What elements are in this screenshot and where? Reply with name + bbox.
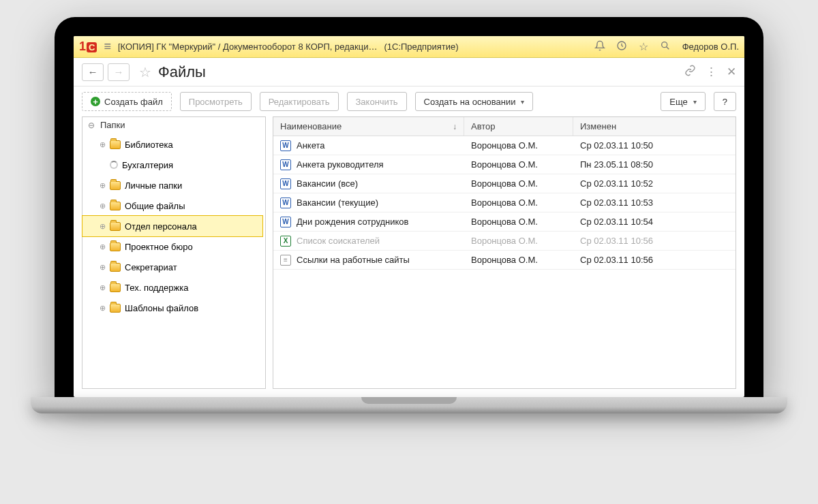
expand-icon[interactable]: ⊕ xyxy=(99,181,106,190)
column-name[interactable]: Наименование ↓ xyxy=(273,117,464,136)
folders-panel: ⊖ Папки ⊕БиблиотекаБухгалтерия⊕Личные па… xyxy=(82,116,266,389)
folder-icon xyxy=(110,263,121,272)
folder-label: Бухгалтерия xyxy=(122,160,173,170)
forward-button: → xyxy=(108,63,130,81)
table-row[interactable]: WВакансии (текущие)Воронцова О.М.Ср 02.0… xyxy=(273,193,736,212)
kebab-icon[interactable]: ⋮ xyxy=(706,65,717,79)
folder-item[interactable]: ⊕Личные папки xyxy=(82,175,262,195)
tree-root[interactable]: ⊖ Папки xyxy=(82,117,265,133)
column-author[interactable]: Автор xyxy=(464,117,573,136)
menu-icon[interactable]: ≡ xyxy=(104,40,111,54)
text-file-icon: ≡ xyxy=(280,255,291,266)
table-body: WАнкетаВоронцова О.М.Ср 02.03.11 10:50WА… xyxy=(273,136,736,270)
table-row[interactable]: WАнкета руководителяВоронцова О.М.Пн 23.… xyxy=(273,155,736,174)
file-author: Воронцова О.М. xyxy=(464,236,573,246)
folder-icon xyxy=(110,181,121,190)
main-split: ⊖ Папки ⊕БиблиотекаБухгалтерия⊕Личные па… xyxy=(74,116,744,397)
expand-icon[interactable]: ⊕ xyxy=(99,242,106,251)
app-window: 1C ≡ [КОПИЯ] ГК "Меркурий" / Документооб… xyxy=(74,36,744,397)
edit-button[interactable]: Редактировать xyxy=(260,92,339,111)
word-file-icon: W xyxy=(280,217,291,227)
file-name: Список соискателей xyxy=(297,236,380,246)
column-modified[interactable]: Изменен xyxy=(573,117,736,136)
back-button[interactable]: ← xyxy=(82,63,104,81)
folder-item[interactable]: ⊕Шаблоны файлов xyxy=(82,298,262,318)
search-icon[interactable] xyxy=(658,40,673,54)
file-modified: Ср 02.03.11 10:52 xyxy=(573,178,736,189)
file-name: Вакансии (текущие) xyxy=(297,198,378,208)
folder-item[interactable]: ⊕Общие файлы xyxy=(82,195,262,216)
file-modified: Ср 02.03.11 10:54 xyxy=(573,217,736,227)
word-file-icon: W xyxy=(280,198,291,208)
svg-line-2 xyxy=(666,46,669,49)
folder-tree: ⊕БиблиотекаБухгалтерия⊕Личные папки⊕Общи… xyxy=(82,133,265,322)
expand-icon[interactable]: ⊕ xyxy=(99,263,106,272)
word-file-icon: W xyxy=(280,140,291,151)
create-file-button[interactable]: + Создать файл xyxy=(82,92,172,111)
folder-icon xyxy=(110,242,121,251)
folder-icon xyxy=(110,304,121,313)
folder-item[interactable]: ⊕Отдел персонала xyxy=(82,216,262,236)
user-name[interactable]: Федоров О.П. xyxy=(682,42,739,52)
finish-button[interactable]: Закончить xyxy=(347,92,407,111)
page-header: ← → ☆ Файлы ⋮ ✕ xyxy=(74,58,744,86)
expand-icon[interactable]: ⊕ xyxy=(99,283,106,292)
logo-1c: 1C xyxy=(79,40,97,54)
toolbar: + Создать файл Просмотреть Редактировать… xyxy=(74,86,744,116)
chevron-down-icon: ▾ xyxy=(521,98,524,106)
laptop-base xyxy=(31,397,787,413)
expand-icon[interactable]: ⊕ xyxy=(99,202,106,210)
sort-asc-icon: ↓ xyxy=(453,122,457,131)
file-modified: Ср 02.03.11 10:53 xyxy=(573,198,736,208)
expand-icon[interactable]: ⊕ xyxy=(99,222,106,231)
window-subtitle: (1С:Предприятие) xyxy=(384,42,458,52)
file-name: Вакансии (все) xyxy=(297,178,358,189)
folder-item[interactable]: Бухгалтерия xyxy=(82,155,262,175)
create-file-label: Создать файл xyxy=(104,97,163,107)
word-file-icon: W xyxy=(280,159,291,170)
star-icon[interactable]: ☆ xyxy=(636,40,651,53)
folder-icon xyxy=(110,283,121,292)
collapse-icon[interactable]: ⊖ xyxy=(88,121,95,130)
table-row[interactable]: XСписок соискателейВоронцова О.М.Ср 02.0… xyxy=(273,232,736,251)
plus-icon: + xyxy=(91,97,100,106)
folder-icon xyxy=(110,140,121,149)
page-title: Файлы xyxy=(158,63,206,81)
view-button[interactable]: Просмотреть xyxy=(180,92,252,111)
files-panel: Наименование ↓ Автор Изменен WАнкетаВоро… xyxy=(273,116,736,389)
folder-item[interactable]: ⊕Тех. поддержка xyxy=(82,277,262,298)
svg-point-1 xyxy=(661,42,667,47)
help-button[interactable]: ? xyxy=(714,92,736,111)
table-row[interactable]: WДни рождения сотрудниковВоронцова О.М.С… xyxy=(273,212,736,232)
laptop-frame: 1C ≡ [КОПИЯ] ГК "Меркурий" / Документооб… xyxy=(55,17,763,413)
file-author: Воронцова О.М. xyxy=(464,140,573,151)
folder-item[interactable]: ⊕Проектное бюро xyxy=(82,236,262,257)
excel-file-icon: X xyxy=(280,236,291,247)
bell-icon[interactable] xyxy=(592,40,607,54)
close-icon[interactable]: ✕ xyxy=(727,65,736,79)
folder-icon xyxy=(110,222,121,231)
more-button[interactable]: Еще ▾ xyxy=(661,92,705,111)
folder-label: Отдел персонала xyxy=(125,221,197,232)
file-modified: Ср 02.03.11 10:50 xyxy=(573,140,736,151)
folder-label: Шаблоны файлов xyxy=(125,303,198,313)
table-row[interactable]: WВакансии (все)Воронцова О.М.Ср 02.03.11… xyxy=(273,174,736,193)
table-row[interactable]: WАнкетаВоронцова О.М.Ср 02.03.11 10:50 xyxy=(273,136,736,155)
file-modified: Пн 23.05.11 08:50 xyxy=(573,159,736,170)
history-icon[interactable] xyxy=(614,40,629,54)
folder-item[interactable]: ⊕Секретариат xyxy=(82,257,262,277)
folder-item[interactable]: ⊕Библиотека xyxy=(82,134,262,155)
file-modified: Ср 02.03.11 10:56 xyxy=(573,236,736,246)
folder-label: Общие файлы xyxy=(125,201,185,211)
table-row[interactable]: ≡Ссылки на работные сайтыВоронцова О.М.С… xyxy=(273,251,736,270)
expand-icon[interactable]: ⊕ xyxy=(99,304,106,313)
file-name: Анкета xyxy=(297,140,325,151)
chevron-down-icon: ▾ xyxy=(693,98,697,106)
favorite-icon[interactable]: ☆ xyxy=(139,64,151,80)
file-name: Анкета руководителя xyxy=(297,159,384,170)
create-based-on-button[interactable]: Создать на основании ▾ xyxy=(415,92,534,111)
link-icon[interactable] xyxy=(684,65,696,80)
file-modified: Ср 02.03.11 10:56 xyxy=(573,255,736,265)
expand-icon[interactable]: ⊕ xyxy=(99,140,106,149)
file-author: Воронцова О.М. xyxy=(464,178,573,189)
